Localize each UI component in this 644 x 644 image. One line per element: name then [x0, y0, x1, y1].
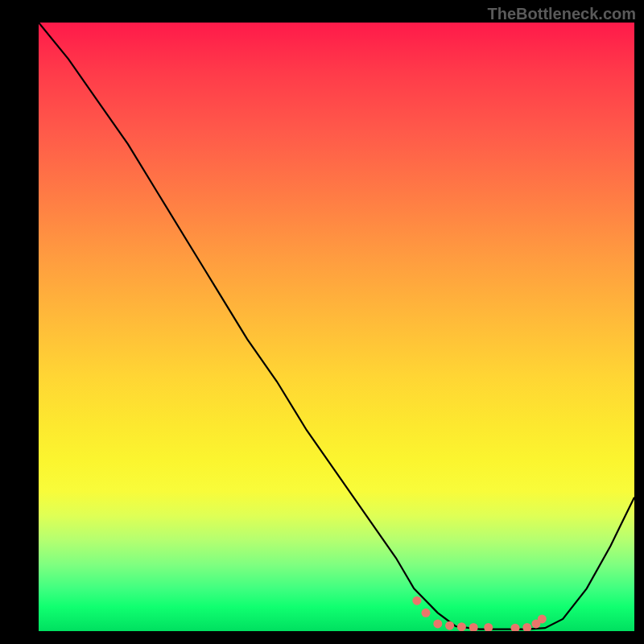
bottleneck-curve-line — [39, 23, 634, 630]
curve-marker — [412, 597, 421, 605]
curve-marker — [422, 609, 431, 617]
bottleneck-curve-svg — [39, 23, 634, 631]
curve-marker — [445, 621, 454, 630]
chart-container: TheBottleneck.com — [0, 0, 644, 644]
curve-marker — [469, 623, 478, 631]
watermark-text: TheBottleneck.com — [488, 5, 636, 23]
plot-area — [39, 23, 634, 631]
curve-marker — [511, 624, 520, 631]
curve-marker — [433, 619, 442, 628]
curve-markers — [412, 597, 546, 631]
curve-marker — [522, 623, 531, 631]
curve-marker — [484, 623, 493, 631]
curve-marker — [538, 614, 547, 623]
curve-marker — [457, 622, 466, 631]
